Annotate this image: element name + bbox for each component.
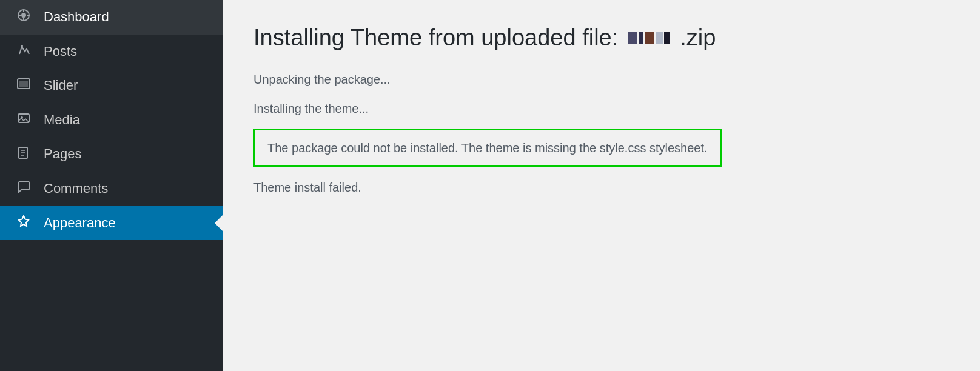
svg-rect-8 bbox=[19, 81, 28, 87]
page-title: Installing Theme from uploaded file: .zi… bbox=[253, 24, 950, 52]
title-suffix: .zip bbox=[680, 24, 716, 52]
sidebar-item-label-dashboard: Dashboard bbox=[44, 8, 109, 26]
posts-icon bbox=[15, 43, 33, 60]
sidebar-item-dashboard[interactable]: Dashboard bbox=[0, 0, 223, 35]
sidebar-item-label-appearance: Appearance bbox=[44, 215, 116, 232]
pixel-2 bbox=[639, 32, 643, 44]
pixel-4 bbox=[656, 32, 663, 44]
appearance-icon bbox=[15, 215, 33, 232]
sidebar-item-slider[interactable]: Slider bbox=[0, 69, 223, 103]
status-installing: Installing the theme... bbox=[253, 99, 950, 118]
error-message-box: The package could not be installed. The … bbox=[253, 129, 722, 167]
title-prefix: Installing Theme from uploaded file: bbox=[253, 24, 618, 52]
pixel-3 bbox=[645, 32, 654, 44]
sidebar-item-label-media: Media bbox=[44, 112, 80, 129]
status-unpacking: Unpacking the package... bbox=[253, 70, 950, 89]
sidebar-item-pages[interactable]: Pages bbox=[0, 137, 223, 172]
svg-point-6 bbox=[21, 45, 23, 47]
svg-point-1 bbox=[21, 13, 26, 18]
slider-icon bbox=[15, 77, 33, 94]
filename-pixelated bbox=[628, 32, 670, 44]
dashboard-icon bbox=[15, 8, 33, 25]
media-icon bbox=[15, 112, 33, 129]
comments-icon bbox=[15, 180, 33, 197]
pixel-1 bbox=[628, 32, 637, 44]
sidebar-item-posts[interactable]: Posts bbox=[0, 35, 223, 69]
sidebar-item-appearance[interactable]: Appearance bbox=[0, 206, 223, 241]
sidebar-item-media[interactable]: Media bbox=[0, 103, 223, 138]
pages-icon bbox=[15, 146, 33, 163]
pixel-5 bbox=[664, 32, 670, 44]
fail-message: Theme install failed. bbox=[253, 178, 950, 196]
sidebar-item-label-comments: Comments bbox=[44, 180, 108, 198]
error-message-text: The package could not be installed. The … bbox=[267, 141, 708, 155]
sidebar-item-comments[interactable]: Comments bbox=[0, 172, 223, 206]
main-content: Installing Theme from uploaded file: .zi… bbox=[223, 0, 980, 371]
sidebar: Dashboard Posts Slider Media bbox=[0, 0, 223, 371]
sidebar-item-label-slider: Slider bbox=[44, 77, 78, 95]
sidebar-item-label-pages: Pages bbox=[44, 145, 81, 163]
sidebar-item-label-posts: Posts bbox=[44, 43, 77, 61]
